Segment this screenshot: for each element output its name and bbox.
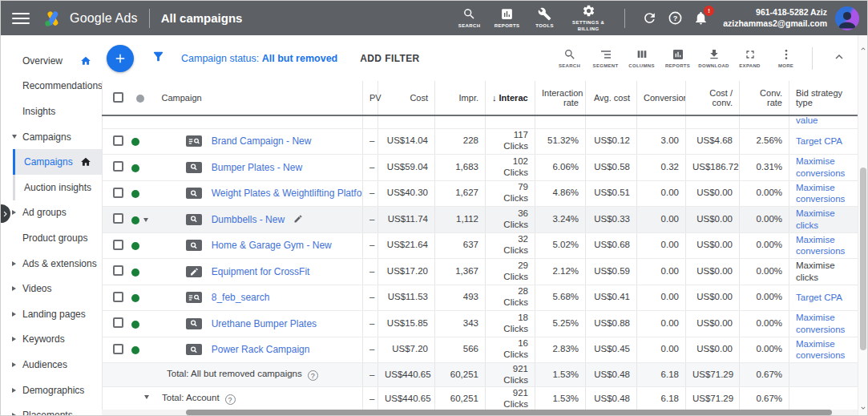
- campaign-name-link[interactable]: Dumbbells - New: [212, 214, 285, 225]
- sidebar-item[interactable]: Ad groups: [1, 200, 102, 226]
- status-enabled-dot[interactable]: [131, 294, 139, 302]
- bid-strategy-cell[interactable]: Maximise conversions: [789, 337, 860, 363]
- status-enabled-dot[interactable]: [131, 164, 139, 172]
- more-button[interactable]: MORE: [768, 48, 804, 68]
- campaign-name-link[interactable]: Urethane Bumper Plates: [212, 318, 317, 329]
- row-checkbox[interactable]: [113, 135, 123, 146]
- campaign-status-filter-chip[interactable]: Campaign status: All but removed: [181, 53, 337, 64]
- col-interaction-rate[interactable]: Interaction rate: [535, 81, 586, 115]
- row-checkbox[interactable]: [113, 344, 123, 354]
- campaign-row[interactable]: Urethane Bumper Plates – US$15.85 343 18…: [103, 311, 860, 337]
- table-reports-button[interactable]: REPORTS: [660, 48, 696, 68]
- campaign-row[interactable]: Equipment for CrossFit – US$17.20 1,367 …: [103, 259, 860, 285]
- chevron-down-icon[interactable]: [144, 395, 149, 399]
- status-enabled-dot[interactable]: [131, 190, 139, 198]
- sidebar-item[interactable]: Landing pages: [1, 301, 102, 327]
- status-enabled-dot[interactable]: [131, 346, 139, 354]
- row-checkbox[interactable]: [113, 317, 123, 328]
- col-interactions-sorted[interactable]: ↓ Interac: [486, 81, 535, 115]
- bid-strategy-cell[interactable]: Maximise clicks: [789, 259, 860, 285]
- account-info[interactable]: 961-418-5282 Aziz azizhammas2@gmail.com: [723, 7, 827, 29]
- campaign-row[interactable]: 8_feb_search – US$11.53 493 28Clicks 5.6…: [103, 285, 860, 311]
- collapse-toolbar-button[interactable]: [832, 50, 846, 67]
- sidebar-item[interactable]: Keywords: [1, 327, 102, 353]
- campaign-name-link[interactable]: Equipment for CrossFit: [212, 266, 310, 277]
- menu-hamburger-icon[interactable]: [12, 13, 30, 24]
- download-button[interactable]: DOWNLOAD: [696, 48, 732, 68]
- sidebar-item[interactable]: Videos: [1, 276, 102, 301]
- bid-strategy-cell[interactable]: Target CPA: [789, 128, 860, 155]
- campaign-row[interactable]: Bumper Plates - New – US$59.04 1,683 102…: [103, 155, 860, 181]
- sidebar-item[interactable]: Recommendations: [1, 74, 102, 99]
- campaign-row[interactable]: Brand Campaign - New – US$14.04 228 117C…: [103, 128, 860, 155]
- col-conv-rate[interactable]: Conv. rate: [740, 81, 789, 115]
- help-button[interactable]: ?: [662, 6, 688, 31]
- select-all-checkbox[interactable]: [113, 92, 123, 103]
- col-conversions[interactable]: Conversions: [637, 81, 686, 115]
- sidebar-item[interactable]: Demographics: [1, 378, 102, 403]
- row-checkbox[interactable]: [113, 240, 123, 250]
- sidebar-item[interactable]: Overview: [1, 48, 102, 74]
- campaign-name-link[interactable]: Power Rack Campaign: [212, 344, 310, 355]
- topnav-settings-billing-button[interactable]: SETTINGS & BILLING: [563, 2, 613, 34]
- campaign-name-link[interactable]: Bumper Plates - New: [212, 162, 302, 173]
- horizontal-scrollbar-thumb[interactable]: [186, 410, 832, 415]
- refresh-button[interactable]: [636, 6, 662, 31]
- campaign-row[interactable]: Dumbbells - New – US$11.74 1,112 36Click…: [103, 207, 860, 233]
- status-caret-icon[interactable]: [143, 218, 148, 222]
- bid-strategy-cell[interactable]: Maximise conversions: [789, 232, 860, 259]
- status-enabled-dot[interactable]: [131, 242, 139, 250]
- campaign-row[interactable]: Weight Plates & Weightlifting Platform -…: [103, 180, 860, 207]
- campaign-row[interactable]: Home & Garage Gym - New – US$21.64 637 3…: [103, 232, 860, 259]
- bid-strategy-cell[interactable]: Target CPA: [789, 285, 860, 311]
- row-checkbox[interactable]: [113, 188, 123, 198]
- row-checkbox[interactable]: [113, 161, 123, 172]
- bid-strategy-cell[interactable]: Maximise clicks: [789, 207, 860, 233]
- row-checkbox[interactable]: [113, 292, 123, 302]
- help-icon[interactable]: ?: [225, 394, 236, 405]
- columns-button[interactable]: COLUMNS: [624, 48, 660, 68]
- avatar[interactable]: [835, 6, 859, 30]
- bid-strategy-cell[interactable]: Maximise conversions: [789, 311, 860, 337]
- sidebar-item[interactable]: Auction insights: [13, 175, 102, 200]
- campaign-name-link[interactable]: Weight Plates & Weightlifting Platform -…: [212, 188, 363, 199]
- col-impr[interactable]: Impr.: [435, 81, 486, 115]
- segment-button[interactable]: SEGMENT: [587, 48, 624, 68]
- bid-strategy-cell[interactable]: Maximise conversions: [789, 180, 860, 207]
- campaign-name-link[interactable]: 8_feb_search: [212, 292, 270, 303]
- sidebar-item[interactable]: Placements: [1, 402, 102, 415]
- vertical-scrollbar[interactable]: [858, 35, 867, 415]
- topnav-reports-button[interactable]: REPORTS: [488, 6, 526, 31]
- col-campaign[interactable]: Campaign: [155, 81, 363, 115]
- horizontal-scrollbar[interactable]: [102, 410, 858, 415]
- campaign-row[interactable]: Power Rack Campaign – US$7.20 566 16Clic…: [103, 337, 860, 363]
- status-enabled-dot[interactable]: [131, 269, 139, 277]
- sidebar-item[interactable]: Audiences: [1, 352, 102, 378]
- notifications-button[interactable]: !: [688, 6, 713, 31]
- status-enabled-dot[interactable]: [131, 216, 139, 224]
- status-enabled-dot[interactable]: [131, 321, 139, 329]
- row-checkbox[interactable]: [113, 265, 123, 276]
- topnav-search-button[interactable]: SEARCH: [450, 6, 488, 31]
- col-avg-cpv-partial[interactable]: PV: [363, 81, 378, 115]
- col-avg-cost[interactable]: Avg. cost: [586, 81, 637, 115]
- expand-button[interactable]: EXPAND: [732, 48, 768, 68]
- help-icon[interactable]: ?: [308, 370, 318, 381]
- vertical-scrollbar-thumb[interactable]: [860, 168, 866, 350]
- row-checkbox[interactable]: [113, 213, 123, 224]
- bid-strategy-cell[interactable]: Maximise conversions: [789, 155, 860, 181]
- sidebar-item[interactable]: Campaigns: [13, 149, 102, 175]
- sidebar-item[interactable]: Campaigns: [1, 124, 102, 150]
- sidebar-item[interactable]: Insights: [1, 99, 102, 124]
- sidebar-item[interactable]: Product groups: [1, 225, 102, 251]
- table-search-button[interactable]: SEARCH: [551, 48, 587, 68]
- col-bid-strategy[interactable]: Bid strategy type: [789, 81, 860, 115]
- col-cost[interactable]: Cost: [378, 81, 435, 115]
- new-campaign-button[interactable]: [107, 45, 134, 72]
- topnav-tools-button[interactable]: TOOLS: [526, 6, 563, 31]
- campaign-name-link[interactable]: Home & Garage Gym - New: [212, 240, 332, 251]
- status-filter-dot[interactable]: [136, 95, 144, 103]
- status-enabled-dot[interactable]: [131, 138, 139, 146]
- add-filter-button[interactable]: ADD FILTER: [360, 53, 419, 64]
- campaign-name-link[interactable]: Brand Campaign - New: [212, 135, 312, 147]
